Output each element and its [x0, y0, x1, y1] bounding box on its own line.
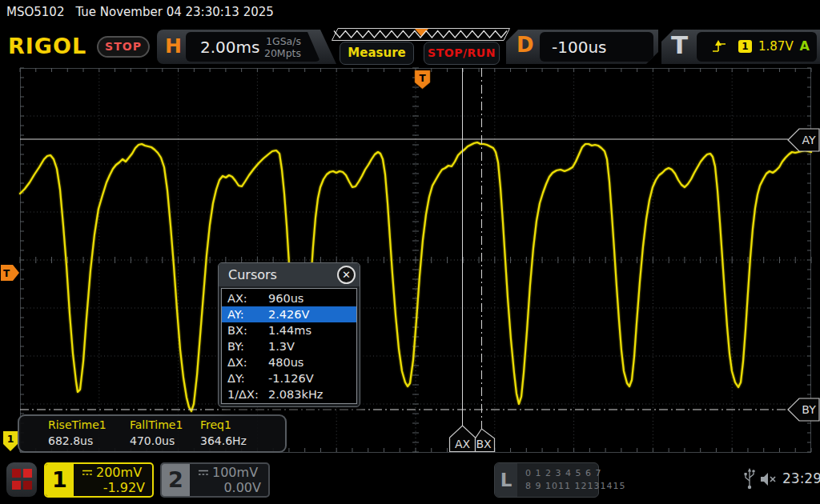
cursor-row-by[interactable]: BY:1.3V: [222, 338, 356, 354]
cursor-row-bx[interactable]: BX:1.44ms: [222, 322, 356, 338]
cursors-dialog-body: AX:960us AY:2.426V BX:1.44ms BY:1.3V ΔX:…: [221, 288, 357, 404]
measurement-value: 364.6Hz: [200, 434, 247, 447]
channel1-ground-marker[interactable]: 1: [3, 431, 18, 451]
waveform-position-indicator[interactable]: [332, 28, 510, 41]
cursor-row-ay-selected[interactable]: AY:2.426V: [222, 306, 356, 322]
measurement-label: Freq1: [200, 418, 231, 431]
trigger-position-letter: T: [419, 73, 426, 84]
oscilloscope-screen: MSO5102Tue November 04 23:30:13 2025 RIG…: [0, 0, 820, 504]
trigger-level-letter: T: [3, 268, 10, 279]
cursors-dialog[interactable]: Cursors ✕ AX:960us AY:2.426V BX:1.44ms B…: [218, 262, 360, 407]
svg-text:BX: BX: [476, 438, 492, 450]
cursor-row-inv-dx[interactable]: 1/ΔX:2.083kHz: [222, 386, 356, 402]
cursor-row-ax[interactable]: AX:960us: [222, 290, 356, 306]
measurement-value: 682.8us: [48, 434, 93, 447]
measurement-label: RiseTime1: [48, 418, 107, 431]
trigger-level-marker[interactable]: T: [1, 265, 19, 281]
svg-text:AX: AX: [455, 438, 471, 450]
cursor-ax-tag[interactable]: AX: [450, 426, 476, 452]
measurement-label: FallTime1: [130, 418, 183, 431]
cursor-row-dy[interactable]: ΔY:-1.126V: [222, 370, 356, 386]
cursor-row-dx[interactable]: ΔX:480us: [222, 354, 356, 370]
cursor-by-tag[interactable]: BY: [788, 398, 819, 421]
measurement-value: 470.0us: [130, 434, 175, 447]
close-icon[interactable]: ✕: [337, 266, 356, 284]
channel1-marker-number: 1: [7, 433, 14, 445]
measurements-panel[interactable]: RiseTime1 682.8us FallTime1 470.0us Freq…: [18, 414, 287, 453]
svg-text:AY: AY: [802, 134, 815, 146]
stop-run-button[interactable]: STOP/RUN: [424, 42, 500, 65]
measure-button[interactable]: Measure: [340, 42, 414, 65]
grid-ticks: [20, 68, 811, 452]
cursor-bx-tag[interactable]: BX: [476, 429, 495, 452]
svg-text:BY: BY: [802, 403, 816, 416]
cursor-ay-tag[interactable]: AY: [788, 129, 819, 151]
trigger-position-marker[interactable]: T: [415, 70, 430, 89]
